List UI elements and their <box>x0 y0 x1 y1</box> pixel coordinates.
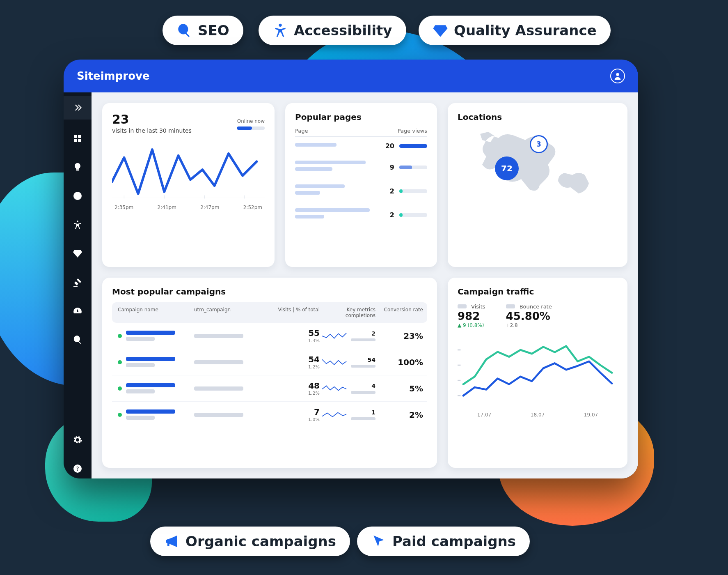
table-row: 551.3% 2 23% <box>112 323 427 349</box>
metric-value: 45.80% <box>506 310 552 322</box>
dci-icon: DCI <box>73 191 82 201</box>
tick-label: 2:52pm <box>243 205 262 210</box>
svg-point-8 <box>77 221 78 222</box>
online-label: Online now <box>237 118 265 124</box>
visits-pct: 1.2% <box>266 391 320 396</box>
traffic-card: Campaign traffic Visits 982 9 (0.8%) Bou… <box>448 278 627 468</box>
tick-label: 2:47pm <box>200 205 219 210</box>
sidebar-item-dashboard[interactable] <box>64 129 92 148</box>
popular-pages-card: Popular pages Page Page views 20 9 2 2 <box>285 103 437 267</box>
svg-rect-4 <box>74 139 77 142</box>
metric-value: 982 <box>458 310 485 322</box>
metric-value: 2 <box>371 330 375 337</box>
row-sparkline <box>322 332 348 340</box>
pill-label: Quality Assurance <box>454 22 597 39</box>
magnify-trend-icon <box>73 335 82 345</box>
svg-point-0 <box>279 24 282 27</box>
th-name: Campaign name <box>118 307 192 319</box>
metric-value: 1 <box>371 409 375 416</box>
th-visits: Visits | % of total <box>266 307 320 319</box>
page-row: 2 <box>295 179 427 203</box>
pill-qa: Quality Assurance <box>419 16 611 45</box>
pill-label: Paid campaigns <box>392 533 516 550</box>
page-row: 2 <box>295 203 427 227</box>
col-page-views: Page views <box>398 128 427 134</box>
pill-paid: Paid campaigns <box>357 527 530 556</box>
legend-dot <box>458 304 467 308</box>
conversion-value: 100% <box>378 357 423 367</box>
pin-value: 72 <box>501 163 513 173</box>
tick-label: 19.07 <box>584 412 598 418</box>
accessibility-icon <box>272 23 288 38</box>
visits-value: 54 <box>266 354 320 364</box>
page-views-value: 9 <box>383 163 394 171</box>
cursor-icon <box>371 534 387 549</box>
megaphone-icon <box>164 534 180 549</box>
sidebar-item-settings[interactable] <box>64 430 92 450</box>
sidebar-item-performance[interactable] <box>64 301 92 321</box>
chevron-double-right-icon <box>73 103 82 113</box>
visits-value: 55 <box>266 328 320 338</box>
svg-rect-5 <box>78 139 81 142</box>
sidebar-item-policy[interactable] <box>64 272 92 292</box>
table-row: 541.2% 54 100% <box>112 349 427 375</box>
metric-value: 4 <box>371 383 375 389</box>
metric-delta: +2.8 <box>506 322 552 328</box>
traffic-x-ticks: 17.07 18.07 19.07 <box>458 412 618 418</box>
traffic-metrics: Visits 982 9 (0.8%) Bounce rate 45.80% +… <box>458 302 618 328</box>
sidebar-item-seo[interactable] <box>64 330 92 350</box>
visits-pct: 1.3% <box>266 338 320 343</box>
sidebar-item-accessibility[interactable] <box>64 215 92 235</box>
metric-value: 54 <box>368 356 375 363</box>
pill-seo: SEO <box>163 16 243 45</box>
status-dot <box>118 334 122 338</box>
table-row: 71.0% 1 2% <box>112 402 427 428</box>
metric-label: Visits <box>471 304 485 310</box>
pill-label: SEO <box>198 22 229 39</box>
location-pin-small: 3 <box>530 135 548 153</box>
accessibility-icon <box>73 220 82 230</box>
status-dot <box>118 413 122 417</box>
sidebar-item-dci[interactable]: DCI <box>64 186 92 206</box>
diamond-icon <box>433 23 448 38</box>
card-title: Locations <box>458 112 618 122</box>
sidebar-item-insights[interactable] <box>64 157 92 177</box>
page-row: 20 <box>295 137 427 155</box>
th-utm: utm_campaign <box>194 307 264 319</box>
magnify-trend-icon <box>176 23 192 38</box>
sidebar-item-quality[interactable] <box>64 244 92 263</box>
svg-point-1 <box>616 73 619 76</box>
campaigns-table: Campaign name utm_campaign Visits | % of… <box>112 302 427 428</box>
legend-dot <box>506 304 515 308</box>
sidebar: DCI ? <box>64 92 92 478</box>
tick-label: 2:41pm <box>158 205 176 210</box>
table-header: Campaign name utm_campaign Visits | % of… <box>112 302 427 323</box>
sidebar-expand[interactable] <box>64 96 92 120</box>
svg-rect-2 <box>74 135 77 138</box>
conversion-value: 2% <box>378 410 423 420</box>
user-avatar[interactable] <box>610 69 625 83</box>
tick-label: 17.07 <box>477 412 491 418</box>
grid-icon <box>73 133 82 143</box>
conversion-value: 23% <box>378 331 423 341</box>
campaigns-card: Most popular campaigns Campaign name utm… <box>102 278 437 468</box>
tick-label: 18.07 <box>531 412 545 418</box>
locations-card: Locations 72 3 <box>448 103 627 267</box>
card-title: Campaign traffic <box>458 287 618 297</box>
visits-value: 7 <box>266 407 320 417</box>
th-conv: Conversion rate <box>378 307 423 319</box>
page-views-value: 2 <box>383 187 394 195</box>
row-sparkline <box>322 384 348 393</box>
status-dot <box>118 386 122 391</box>
svg-text:DCI: DCI <box>75 195 80 198</box>
visits-value: 48 <box>266 381 320 391</box>
topbar: Siteimprove <box>64 60 638 92</box>
metric-delta: 9 (0.8%) <box>458 322 485 328</box>
pin-value: 3 <box>536 140 541 148</box>
visits-pct: 1.0% <box>266 417 320 422</box>
brand-logo: Siteimprove <box>77 70 150 82</box>
card-title: Popular pages <box>295 112 427 122</box>
page-views-value: 20 <box>383 142 394 150</box>
row-sparkline <box>322 411 348 419</box>
location-pin-big: 72 <box>495 156 519 180</box>
